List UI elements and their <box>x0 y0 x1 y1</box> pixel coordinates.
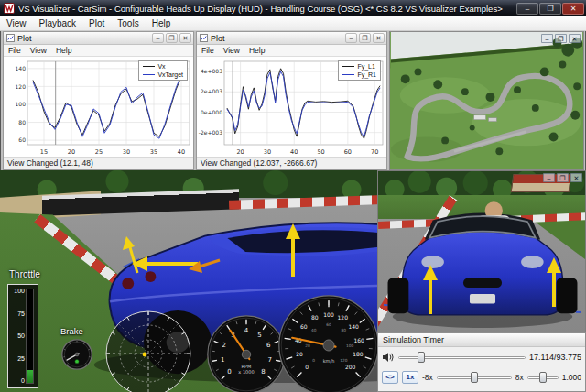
minimize-button[interactable]: – <box>541 34 553 43</box>
maximize-button[interactable]: ❐ <box>555 34 567 43</box>
svg-text:30: 30 <box>264 148 271 156</box>
svg-text:2: 2 <box>222 342 226 349</box>
app-window: VS Visualizer - CarSim - Configurable He… <box>0 0 586 392</box>
plot-title-bar[interactable]: Plot – ❐ ✕ <box>4 32 193 45</box>
minimize-button[interactable]: – <box>543 173 555 182</box>
menu-playback[interactable]: Playback <box>33 16 83 30</box>
legend-swatch <box>342 66 354 67</box>
svg-text:140: 140 <box>16 65 27 71</box>
plot-canvas[interactable]: 1520253035406080100120140 VxVxTarget <box>4 57 193 157</box>
svg-text:6: 6 <box>266 342 271 349</box>
speed-reset-button[interactable]: 1x <box>402 371 418 384</box>
svg-text:180: 180 <box>353 351 364 357</box>
plot-window-2: Plot – ❐ ✕ File View Help 203040506070-2… <box>196 31 387 170</box>
svg-text:km/h: km/h <box>323 358 335 364</box>
maximize-button[interactable]: ❐ <box>359 33 371 43</box>
menu-plot[interactable]: Plot <box>82 16 111 30</box>
close-button[interactable]: ✕ <box>570 173 582 182</box>
minimize-button[interactable]: – <box>345 33 357 43</box>
close-button[interactable]: ✕ <box>562 3 584 15</box>
simulation-timer-title[interactable]: Simulation Timer <box>378 333 585 347</box>
svg-text:50: 50 <box>317 148 324 156</box>
svg-text:100: 100 <box>323 311 334 318</box>
legend-swatch <box>143 74 155 75</box>
svg-text:30: 30 <box>123 148 130 156</box>
menu-help[interactable]: Help <box>51 46 76 55</box>
close-button[interactable]: ✕ <box>373 33 385 43</box>
plot-title: Plot <box>211 34 225 43</box>
maximize-button[interactable]: ❐ <box>166 33 178 43</box>
svg-text:35: 35 <box>150 148 157 156</box>
svg-text:0e+000: 0e+000 <box>201 109 222 115</box>
rate-slider-thumb[interactable] <box>539 372 547 383</box>
window-controls: – ❐ ✕ <box>516 3 584 15</box>
throttle-fill <box>27 370 33 383</box>
speed-min-label: -8x <box>422 373 433 382</box>
svg-text:x 1000: x 1000 <box>238 369 254 375</box>
plot-window-controls: – ❐ ✕ <box>345 33 385 43</box>
timer-speed-row: <> 1x -8x 8x 1.000 <box>378 367 585 387</box>
plot-canvas[interactable]: 203040506070-2e+0030e+0002e+0034e+003 Fy… <box>197 57 386 157</box>
svg-text:80: 80 <box>311 314 319 321</box>
svg-text:100: 100 <box>346 343 353 348</box>
menu-file[interactable]: File <box>4 46 26 55</box>
window-title: VS Visualizer - CarSim - Configurable He… <box>18 4 516 14</box>
menu-file[interactable]: File <box>197 46 219 55</box>
title-bar[interactable]: VS Visualizer - CarSim - Configurable He… <box>0 0 586 16</box>
svg-text:25: 25 <box>95 148 103 156</box>
svg-text:60: 60 <box>326 322 331 327</box>
minimize-button[interactable]: – <box>516 3 538 15</box>
loop-button[interactable]: <> <box>382 371 398 384</box>
throttle-channel <box>26 289 34 384</box>
svg-text:RPM: RPM <box>242 364 252 369</box>
svg-text:160: 160 <box>353 337 364 343</box>
rate-display: 1.000 <box>562 373 581 382</box>
svg-text:-2e+003: -2e+003 <box>199 129 222 136</box>
chart-legend: Fy_L1Fy_R1 <box>338 60 381 81</box>
time-slider[interactable] <box>398 351 526 364</box>
maximize-button[interactable]: ❐ <box>557 173 569 182</box>
svg-text:8: 8 <box>261 368 265 376</box>
svg-text:120: 120 <box>340 358 347 363</box>
rate-slider[interactable] <box>527 371 559 384</box>
time-slider-thumb[interactable] <box>418 352 425 363</box>
speed-slider-thumb[interactable] <box>471 372 478 383</box>
volume-icon[interactable] <box>382 352 395 363</box>
close-button[interactable]: ✕ <box>179 33 191 43</box>
plot-title-bar[interactable]: Plot – ❐ ✕ <box>197 32 386 45</box>
menu-help[interactable]: Help <box>146 16 178 30</box>
plot-window-1: Plot – ❐ ✕ File View Help 15202530354060… <box>3 31 194 170</box>
chase-camera-view[interactable]: – ❐ ✕ <box>377 170 586 332</box>
speed-slider[interactable] <box>437 371 512 384</box>
svg-text:60: 60 <box>18 136 26 143</box>
plot-icon <box>200 34 208 42</box>
chart-legend: VxVxTarget <box>138 60 188 81</box>
legend-series-label: Fy_L1 <box>357 62 374 71</box>
overhead-camera-view[interactable]: – ❐ ✕ <box>389 31 584 170</box>
rpm-gauge: 012345678RPMx 1000 <box>207 315 286 392</box>
legend-entry: Fy_R1 <box>342 71 376 79</box>
minimize-button[interactable]: – <box>152 33 164 43</box>
svg-text:4: 4 <box>244 327 249 334</box>
menu-tools[interactable]: Tools <box>111 16 145 30</box>
legend-swatch <box>143 66 155 67</box>
throttle-gauge: 1007550250 <box>7 284 38 388</box>
svg-text:20: 20 <box>68 148 75 156</box>
svg-text:2e+003: 2e+003 <box>201 88 222 94</box>
menu-help[interactable]: Help <box>244 46 269 55</box>
viewport-window-controls: – ❐ ✕ <box>541 34 581 43</box>
svg-text:100: 100 <box>16 101 27 107</box>
svg-text:7: 7 <box>267 356 271 364</box>
menu-view[interactable]: View <box>26 46 51 55</box>
svg-text:70: 70 <box>371 148 378 156</box>
menu-view[interactable]: View <box>0 16 33 30</box>
svg-text:20: 20 <box>305 343 310 348</box>
throttle-scale: 1007550250 <box>10 285 25 387</box>
throttle-tick-label: 100 <box>14 288 25 294</box>
close-button[interactable]: ✕ <box>569 34 581 43</box>
legend-entry: VxTarget <box>143 71 183 79</box>
maximize-button[interactable]: ❐ <box>539 3 561 15</box>
simulation-timer-window: Simulation Timer 17.114/93.775 <> 1x -8x… <box>377 332 586 392</box>
menu-view[interactable]: View <box>219 46 244 55</box>
brake-label: Brake <box>60 326 83 336</box>
